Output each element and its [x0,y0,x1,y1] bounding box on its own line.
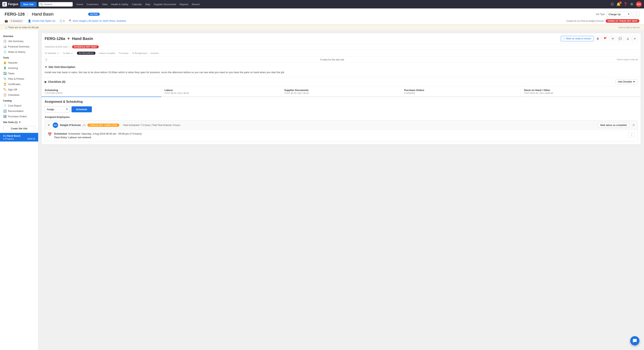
nav-health-safety[interactable]: Health & Safety [111,3,128,6]
checklists-row: ▶ Checklists (0) Add Checklist ▼ [42,77,641,86]
assign-select[interactable]: Assign [45,106,70,112]
nav-map[interactable]: Map [145,3,150,6]
remove-employee-button[interactable]: ✕ [632,123,635,127]
site-visit-item[interactable]: A | Hand Basin In Progress $408.58 [0,133,38,141]
print-button[interactable]: 🖨 [625,36,631,41]
sv-notes-right[interactable]: Click to add or view all [617,58,638,61]
job-type-select[interactable]: Charge Up Fixed Price Service [606,12,631,17]
sidebar-item-invoicing[interactable]: 💲 Invoicing [0,65,38,71]
sidebar-item-notes-history[interactable]: 🗒️ Notes & History [0,49,38,55]
assignment-section: Assignment & Scheduling Assign Schedule … [42,97,641,144]
progress-step-to-be-approved[interactable]: To Be Approved [132,52,147,54]
certificates-icon: 🏆 [3,83,6,86]
notes-bar-text: 🗒️ There are no notes for this job [4,26,39,29]
tab-scheduling[interactable]: Scheduling 1 FUTURE EVENT [42,86,162,97]
location-text[interactable]: Vince Vaughn | 85 Queen St, North Shore,… [72,20,126,22]
search-box[interactable]: 🔍 [38,2,73,7]
site-visits-title: Site Visits (1) [3,121,18,124]
checklists-label[interactable]: ▶ Checklists (0) [45,80,66,83]
variations-item[interactable]: 💼 0 Variations [4,19,24,23]
sidebar-item-cost-report[interactable]: 📄 Cost Report [0,103,38,108]
sidebar-item-certificates[interactable]: 🏆 Certificates [0,81,38,87]
nav-home[interactable]: Home [76,3,83,6]
settings-icon[interactable]: ⚙ [630,2,633,6]
sidebar-item-purchase-orders[interactable]: ℹ️ Purchase Orders [0,114,38,119]
chat-bubble[interactable] [630,336,640,345]
description-section-title[interactable]: ▼ Site Visit Description [45,66,638,69]
transfer-button[interactable]: ⇄ [632,36,638,41]
sidebar-label-purchase-orders: Purchase Orders [8,115,27,118]
job-title-input[interactable] [30,11,86,17]
schedule-button[interactable]: Schedule [72,106,92,112]
delete-button[interactable]: 🗑 [595,36,601,41]
mark-ready-to-invoice-button[interactable]: ✓ Mark as ready to invoice [561,36,594,41]
create-site-visit-button[interactable]: Create Site Visit [3,126,35,131]
site-visit-status: In Progress [3,138,14,140]
progress-step-invoiced[interactable]: Invoiced [150,52,158,54]
add-checklist-button[interactable]: Add Checklist ▼ [616,79,638,84]
checklists-toggle-icon: ▶ [45,80,47,83]
logo[interactable]: Fergus [2,2,18,7]
total-scheduled-text: Total Scheduled: 7.5 hours | Total Time … [123,124,180,126]
sidebar-item-files-photos[interactable]: 📎 Files & Photos [0,76,38,81]
tab-supplier-docs[interactable]: Supplier Documents COST $0.00 | SELL $0.… [281,86,401,97]
nav-calendar[interactable]: Calendar [132,3,142,6]
notification-icon[interactable]: 🔔 1 [616,2,620,6]
site-visit-description-section: ▼ Site Visit Description Install new hai… [42,63,641,77]
progress-step-labour-complete[interactable]: Labour Complete [99,52,115,54]
email-button[interactable]: ✉ [610,36,616,41]
client-name[interactable]: Vinnies Hair Styles Ltd [32,20,55,22]
sidebar-item-checklists[interactable]: 📋 Checklists [0,92,38,98]
tab-purchase-orders-sub: 0 ORDERS [404,92,518,94]
tools-section-title: Tools [0,55,38,60]
notes-count-item[interactable]: 🗒️ 0 [59,19,64,23]
terms-badge[interactable]: TERMS OF TRADE NOT SENT [606,19,640,23]
user-avatar[interactable]: DO [636,1,642,7]
nav-recent[interactable]: Recent [192,3,200,6]
progress-step-in-progress[interactable]: IN PROGRESS [77,52,95,55]
top-navigation: Fergus New Job 🔍 Home Customers Sites He… [0,0,644,9]
sv-notes-text: 0 notes for this site visit [320,58,344,61]
nav-sites[interactable]: Sites [102,3,108,6]
progress-step-to-start[interactable]: To Start ✓ [63,52,74,55]
more-options-button[interactable]: ⋮ [633,12,640,17]
step-invoiced-label: Invoiced [150,52,158,54]
schedule-more-button[interactable]: ⋮ [629,132,635,137]
sidebar-item-reconciliation[interactable]: 🔄 Reconciliation [0,108,38,114]
scheduled-value: Scheduled: Saturday, 3 Aug 2019 09:30 am… [68,132,142,135]
checkmark-icon[interactable]: ☑ [611,2,614,6]
comment-button[interactable]: 💬 [617,36,624,41]
nav-reports[interactable]: Reports [180,3,188,6]
tab-stock[interactable]: Stock on Hand / Other COST $316.46 | SEL… [521,86,641,97]
sv-title-chevron[interactable]: ▼ [67,37,70,41]
site-visits-header[interactable]: Site Visits (1) ▼ [0,119,38,124]
new-job-button[interactable]: New Job [20,2,36,7]
help-icon[interactable]: ❓ [623,2,628,6]
overview-section-title: Overview [0,33,38,38]
step-to-be-approved-label: To Be Approved [132,52,147,54]
sidebar-item-tasks[interactable]: ☑️ Tasks [0,71,38,76]
employee-chevron[interactable]: ▼ [48,124,50,126]
progress-step-to-schedule[interactable]: To Schedule ✓ [45,52,60,55]
logo-icon [2,2,7,7]
sidebar-item-sign-off[interactable]: ✏️ Sign Off [0,87,38,92]
notes-bar-right[interactable]: Click to add or view all [618,26,640,29]
variations-chip[interactable]: 0 Variations [9,19,24,23]
progress-step-to-invoice[interactable]: To Invoice [119,52,128,54]
tab-labour[interactable]: Labour COST $0.00 | SELL $0.00 [162,86,281,97]
sidebar-item-job-summary[interactable]: 📋 Job Summary [0,38,38,44]
flag-button[interactable]: 🚩 [602,36,609,41]
assign-row: Assign Schedule [45,106,638,112]
sidebar-item-financial-summary[interactable]: 📊 Financial Summary [0,44,38,49]
mark-labour-as-completed-button[interactable]: Mark labour as completed [598,123,629,128]
schedule-divider: | [70,46,70,48]
notes-count: 0 [63,20,64,22]
search-input[interactable] [44,3,71,6]
tab-purchase-orders[interactable]: Purchase Orders 0 ORDERS [401,86,521,97]
nav-customers[interactable]: Customers [87,3,99,6]
job-title-row: FERG-126 | ACTIVE Job Type Charge Up Fix… [4,11,640,17]
job-summary-icon: 📋 [3,40,6,43]
sidebar-item-hazards[interactable]: ⚠️ Hazards [0,60,38,65]
tab-labour-sub: COST $0.00 | SELL $0.00 [164,92,278,94]
nav-supplier-docs[interactable]: Supplier Documents [154,3,176,6]
